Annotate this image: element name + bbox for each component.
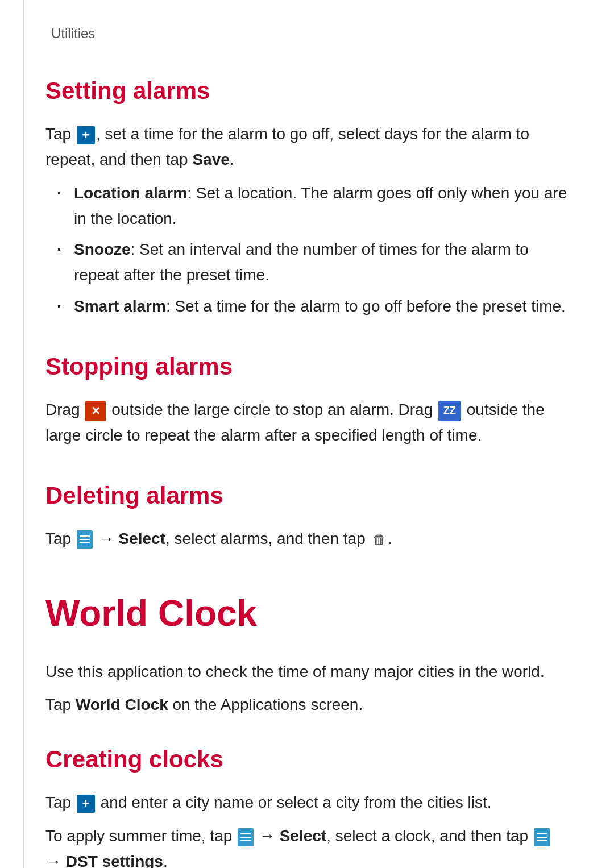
snooze-label: Snooze xyxy=(74,240,131,258)
world-clock-paragraph2: Tap World Clock on the Applications scre… xyxy=(45,692,569,718)
select-bold-creating: Select xyxy=(280,827,327,845)
select-bold-delete-alarms: Select xyxy=(119,530,166,547)
setting-alarms-heading: Setting alarms xyxy=(45,72,569,109)
world-clock-section: World Clock Use this application to chec… xyxy=(45,585,569,718)
smart-alarm-text: : Set a time for the alarm to go off bef… xyxy=(166,297,566,315)
setting-alarms-paragraph: Tap +, set a time for the alarm to go of… xyxy=(45,122,569,173)
save-bold: Save xyxy=(192,151,229,168)
plus-icon-creating: + xyxy=(77,795,95,813)
x-icon: ✕ xyxy=(85,401,106,421)
left-border xyxy=(23,0,24,868)
dst-settings-bold: DST settings xyxy=(66,853,163,868)
setting-alarms-section: Setting alarms Tap +, set a time for the… xyxy=(45,72,569,319)
zz-icon: ZZ xyxy=(438,401,461,421)
stopping-alarms-section: Stopping alarms Drag ✕ outside the large… xyxy=(45,348,569,448)
list-item-snooze: Snooze: Set an interval and the number o… xyxy=(63,237,569,288)
list-item-smart-alarm: Smart alarm: Set a time for the alarm to… xyxy=(63,294,569,319)
menu-icon-delete-alarms xyxy=(77,530,93,549)
creating-clocks-heading: Creating clocks xyxy=(45,741,569,778)
world-clock-bold: World Clock xyxy=(76,696,168,713)
deleting-alarms-section: Deleting alarms Tap → Select, select ala… xyxy=(45,477,569,552)
stopping-alarms-heading: Stopping alarms xyxy=(45,348,569,385)
smart-alarm-label: Smart alarm xyxy=(74,297,166,315)
trash-icon-delete-alarms: 🗑 xyxy=(371,530,387,549)
breadcrumb: Utilities xyxy=(51,23,569,44)
world-clock-heading: World Clock xyxy=(45,585,569,642)
list-item-location-alarm: Location alarm: Set a location. The alar… xyxy=(63,181,569,232)
creating-clocks-paragraph2: To apply summer time, tap → Select, sele… xyxy=(45,824,569,868)
deleting-alarms-heading: Deleting alarms xyxy=(45,477,569,514)
world-clock-paragraph1: Use this application to check the time o… xyxy=(45,659,569,685)
deleting-alarms-paragraph: Tap → Select, select alarms, and then ta… xyxy=(45,526,569,552)
plus-icon: + xyxy=(77,126,95,144)
menu-icon-creating xyxy=(238,828,254,846)
menu-icon-creating2 xyxy=(534,828,550,846)
snooze-text: : Set an interval and the number of time… xyxy=(74,240,529,284)
creating-clocks-paragraph1: Tap + and enter a city name or select a … xyxy=(45,790,569,816)
stopping-alarms-paragraph: Drag ✕ outside the large circle to stop … xyxy=(45,397,569,448)
setting-alarms-list: Location alarm: Set a location. The alar… xyxy=(63,181,569,319)
creating-clocks-section: Creating clocks Tap + and enter a city n… xyxy=(45,741,569,868)
location-alarm-label: Location alarm xyxy=(74,184,187,202)
